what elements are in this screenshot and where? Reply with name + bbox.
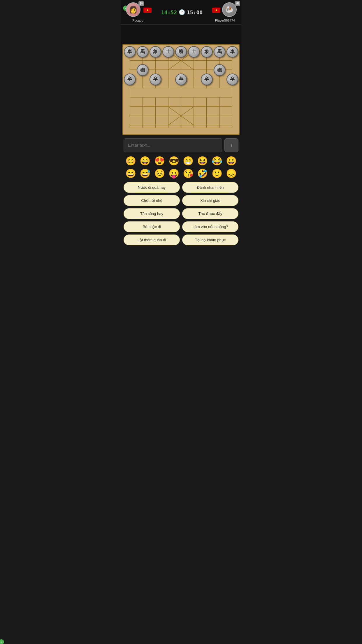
send-icon: › xyxy=(231,142,233,148)
phrase-btn-3[interactable]: Xin chỉ giáo xyxy=(182,195,238,206)
chess-piece[interactable]: 砲 xyxy=(137,64,148,76)
chess-piece[interactable]: 士 xyxy=(188,46,200,58)
send-button[interactable]: › xyxy=(224,138,238,152)
dark-area xyxy=(121,25,241,42)
chess-piece[interactable]: 卒 xyxy=(150,74,161,85)
emoji-row1-item-0[interactable]: 😊 xyxy=(125,156,136,166)
player2-name: Player566474 xyxy=(215,19,235,22)
player1-rank: 帥 xyxy=(138,1,144,6)
chess-piece[interactable]: 車 xyxy=(124,46,136,58)
emoji-row2-item-7[interactable]: 😞 xyxy=(226,168,237,178)
chess-piece[interactable]: 卒 xyxy=(124,74,136,85)
emoji-row2-item-3[interactable]: 😛 xyxy=(168,168,179,178)
player2-info: 🐏 將 ✓ Player566474 xyxy=(212,2,238,22)
emoji-row2-item-4[interactable]: 😘 xyxy=(183,168,194,178)
game-header: ✓ 👩 帥 Pucado 14:52 🕐 15:00 🐏 將 ✓ Player xyxy=(121,0,241,25)
chess-piece[interactable]: 卒 xyxy=(226,74,238,85)
chess-piece[interactable]: 車 xyxy=(226,46,238,58)
emoji-row2-item-0[interactable]: 😄 xyxy=(125,168,136,178)
emoji-row1-item-2[interactable]: 😍 xyxy=(154,156,165,166)
player1-avatar-wrapper: 👩 帥 xyxy=(126,2,142,18)
chess-piece[interactable]: 士 xyxy=(162,46,174,58)
player1-flag xyxy=(143,8,152,13)
player2-row: 🐏 將 ✓ xyxy=(212,2,238,18)
emoji-row1-item-6[interactable]: 😂 xyxy=(212,156,222,166)
emoji-row-2: 😄😅😣😛😘🤣🙂😞 xyxy=(124,168,238,178)
text-input-row: › xyxy=(124,138,238,152)
pieces-layer[interactable]: 車馬象士將士象馬車砲砲卒卒卒卒卒 xyxy=(123,45,239,134)
emoji-row2-item-5[interactable]: 🤣 xyxy=(197,168,208,178)
player1-row: ✓ 👩 帥 xyxy=(124,2,152,18)
phrase-btn-0[interactable]: Nước đi quá hay xyxy=(124,182,180,193)
phrase-btn-2[interactable]: Chết rồi nhé xyxy=(124,195,180,206)
player2-flag xyxy=(212,8,220,13)
chat-panel: › 😊😄😍😎😁😆😂😀 😄😅😣😛😘🤣🙂😞 Nước đi quá hayĐánh … xyxy=(121,135,241,248)
phrase-btn-1[interactable]: Đánh nhanh lên xyxy=(182,182,238,193)
chess-piece[interactable]: 馬 xyxy=(137,46,148,58)
phrase-btn-5[interactable]: Thủ được đấy xyxy=(182,208,238,219)
chess-board[interactable]: 車馬象士將士象馬車砲砲卒卒卒卒卒 xyxy=(122,44,240,135)
emoji-row1-item-4[interactable]: 😁 xyxy=(183,156,194,166)
chat-input[interactable] xyxy=(124,138,222,152)
phrase-btn-9[interactable]: Tại hạ khâm phục xyxy=(182,235,238,245)
quick-phrases: Nước đi quá hayĐánh nhanh lênChết rồi nh… xyxy=(124,182,238,245)
emoji-row2-item-6[interactable]: 🙂 xyxy=(212,168,222,178)
phrase-btn-7[interactable]: Làm ván nữa không? xyxy=(182,221,238,232)
chess-piece[interactable]: 砲 xyxy=(214,64,225,76)
chess-piece[interactable]: 將 xyxy=(175,46,187,58)
timer-row: 14:52 🕐 15:00 xyxy=(161,9,203,15)
timer-left: 14:52 xyxy=(161,9,177,15)
player2-avatar-wrapper: 🐏 將 xyxy=(222,2,238,18)
chess-piece[interactable]: 卒 xyxy=(175,74,187,85)
phrase-btn-6[interactable]: Bỏ cuộc đi xyxy=(124,221,180,232)
clock-icon: 🕐 xyxy=(179,9,185,15)
player1-name: Pucado xyxy=(132,19,143,22)
emoji-row-1: 😊😄😍😎😁😆😂😀 xyxy=(124,156,238,166)
emoji-row1-item-3[interactable]: 😎 xyxy=(168,156,179,166)
chess-piece[interactable]: 卒 xyxy=(201,74,212,85)
player2-rank: 將 xyxy=(235,1,240,6)
phrase-btn-8[interactable]: Lật thêm quân đi xyxy=(124,235,180,245)
emoji-row1-item-7[interactable]: 😀 xyxy=(226,156,237,166)
chess-piece[interactable]: 象 xyxy=(150,46,161,58)
chess-piece[interactable]: 象 xyxy=(201,46,212,58)
emoji-row2-item-1[interactable]: 😅 xyxy=(140,168,150,178)
board-container: 車馬象士將士象馬車砲砲卒卒卒卒卒 xyxy=(121,42,241,135)
player1-info: ✓ 👩 帥 Pucado xyxy=(124,2,152,22)
phrase-btn-4[interactable]: Tân công hay xyxy=(124,208,180,219)
chess-piece[interactable]: 馬 xyxy=(214,46,225,58)
timer-total: 15:00 xyxy=(187,9,203,15)
timer-section: 14:52 🕐 15:00 xyxy=(161,9,203,15)
emoji-row2-item-2[interactable]: 😣 xyxy=(154,168,165,178)
emoji-row1-item-5[interactable]: 😆 xyxy=(197,156,208,166)
emoji-row1-item-1[interactable]: 😄 xyxy=(140,156,150,166)
